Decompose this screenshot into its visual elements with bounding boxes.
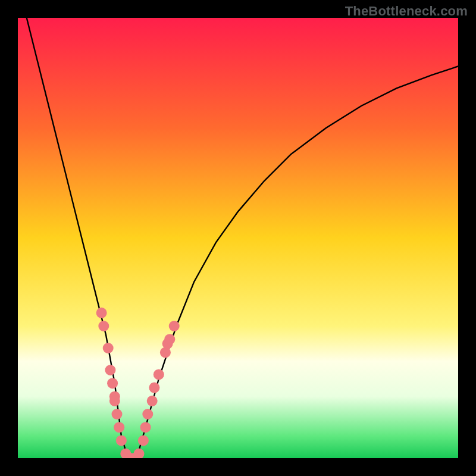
marker-dot [105, 365, 115, 375]
marker-dot [134, 449, 145, 458]
marker-dot [147, 396, 158, 406]
marker-dot [114, 422, 124, 433]
marker-dot [116, 435, 127, 446]
marker-dot [107, 378, 118, 389]
marker-dot [140, 422, 151, 433]
marker-dot [169, 321, 180, 331]
curve-layer [18, 18, 458, 458]
marker-dot [149, 383, 159, 393]
watermark-text: TheBottleneck.com [345, 4, 468, 19]
plot-area [18, 18, 458, 458]
marker-dot [98, 321, 109, 331]
marker-dot [154, 369, 164, 380]
marker-dot [164, 334, 175, 345]
marker-dot [109, 396, 120, 406]
marker-dot [96, 308, 107, 318]
marker-dot [138, 435, 149, 446]
marker-group [96, 308, 180, 458]
marker-dot [112, 409, 123, 419]
marker-dot [103, 343, 114, 353]
bottleneck-curve [27, 18, 458, 458]
chart-frame: TheBottleneck.com [0, 0, 476, 476]
marker-dot [142, 409, 153, 419]
